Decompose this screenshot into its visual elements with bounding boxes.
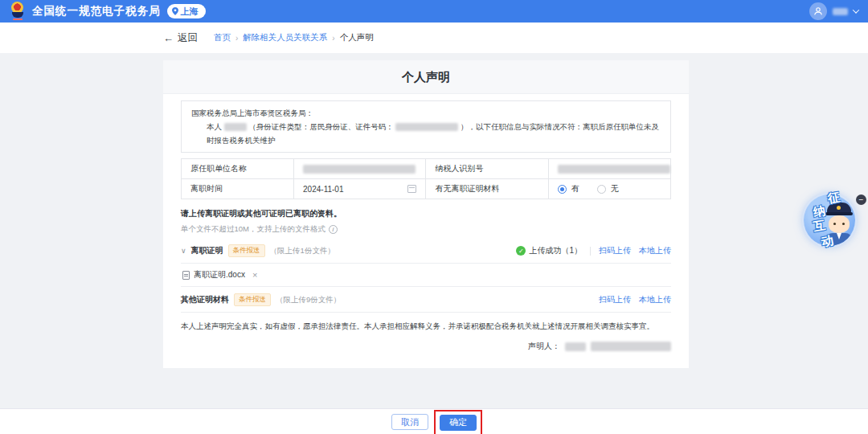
truthfulness-statement: 本人上述声明完全真实，如有虚假，愿承担法律责任。本人承担相应解释义务，并承诺积极… (181, 321, 671, 332)
info-icon[interactable]: i (329, 225, 338, 234)
taxpayer-id-value (548, 159, 670, 179)
redacted-declarant-name (224, 123, 247, 131)
tax-bureau-emblem-logo (10, 2, 26, 21)
uploaded-file-row: 离职证明.docx × (181, 264, 671, 287)
employment-info-table: 原任职单位名称 纳税人识别号 离职时间 2024-11-01 (181, 158, 671, 199)
page-title: 个人声明 (163, 60, 689, 94)
upload-status: ✓ 上传成功（1） (516, 245, 582, 256)
breadcrumb-relation-release[interactable]: 解除相关人员关联关系 (243, 32, 327, 43)
back-button[interactable]: ← 返回 (163, 31, 198, 45)
former-employer-value (294, 159, 426, 179)
section-name: 离职证明 (191, 245, 223, 256)
declaration-salutation: 国家税务总局上海市奉贤区税务局： (191, 106, 661, 120)
upload-status-text: 上传成功（1） (529, 245, 582, 256)
conditional-submit-badge: 条件报送 (234, 293, 271, 306)
redacted-id-number (395, 123, 458, 131)
breadcrumb: 首页 › 解除相关人员关联关系 › 个人声明 (214, 32, 374, 43)
confirm-button[interactable]: 确定 (440, 415, 477, 431)
upload-section-other-materials: 其他证明材料 条件报送 （限上传9份文件） 扫码上传 本地上传 (181, 293, 671, 313)
radio-yes-label: 有 (571, 183, 579, 194)
redacted-username (833, 8, 848, 15)
personal-declaration-card: 个人声明 国家税务总局上海市奉贤区税务局： 本人 （身份证件类型：居民身份证、证… (163, 60, 689, 368)
declaration-text-box: 国家税务总局上海市奉贤区税务局： 本人 （身份证件类型：居民身份证、证件号码： … (181, 100, 671, 153)
tax-interaction-widget: 征 纳 互 动 − (800, 190, 868, 254)
redacted-employer-name (303, 165, 416, 174)
main-content-area: 个人声明 国家税务总局上海市奉贤区税务局： 本人 （身份证件类型：居民身份证、证… (0, 53, 868, 408)
cancel-button[interactable]: 取消 (391, 414, 428, 430)
location-label: 上海 (181, 6, 199, 18)
table-row: 离职时间 2024-11-01 有无离职证明材料 有 (182, 179, 671, 199)
widget-minimize-button[interactable]: − (856, 194, 866, 205)
table-row: 原任职单位名称 纳税人识别号 (182, 159, 671, 179)
divider (590, 247, 591, 256)
scan-upload-link[interactable]: 扫码上传 (599, 294, 631, 305)
conditional-submit-badge: 条件报送 (228, 244, 265, 257)
has-proof-field: 有 无 (548, 179, 670, 199)
upload-hint: 单个文件不超过10M，支持上传的文件格式 i (181, 224, 671, 235)
uploaded-file-name: 离职证明.docx (194, 269, 245, 280)
local-upload-link[interactable]: 本地上传 (639, 245, 671, 256)
leave-date-field[interactable]: 2024-11-01 (294, 179, 426, 199)
tax-officer-cartoon (823, 203, 855, 246)
card-body: 国家税务总局上海市奉贤区税务局： 本人 （身份证件类型：居民身份证、证件号码： … (163, 100, 689, 352)
upload-section-resignation-proof: ∨ 离职证明 条件报送 （限上传1份文件） ✓ 上传成功（1） 扫码上传 本地上… (181, 244, 671, 264)
success-check-icon: ✓ (516, 246, 526, 256)
has-proof-label: 有无离职证明材料 (426, 179, 548, 199)
breadcrumb-home[interactable]: 首页 (214, 32, 231, 43)
signer-row: 声明人： (181, 341, 671, 352)
collapse-chevron-icon[interactable]: ∨ (181, 247, 186, 255)
breadcrumb-current: 个人声明 (340, 32, 374, 43)
document-icon (182, 271, 190, 280)
location-pin-icon (172, 7, 178, 15)
breadcrumb-separator-icon: › (235, 34, 238, 43)
person-icon (813, 6, 823, 16)
former-employer-label: 原任职单位名称 (182, 159, 294, 179)
footer-action-bar: 取消 确定 (0, 408, 868, 434)
top-header-bar: 全国统一规范电子税务局 上海 (0, 0, 868, 23)
redacted-signer-name (565, 342, 586, 351)
upload-hint-text: 单个文件不超过10M，支持上传的文件格式 (181, 224, 326, 235)
signer-label: 声明人： (528, 342, 560, 350)
upload-limit: （限上传9份文件） (276, 295, 341, 305)
remove-file-icon[interactable]: × (252, 270, 257, 280)
chevron-down-icon (853, 6, 859, 13)
leave-date-value: 2024-11-01 (303, 185, 343, 194)
breadcrumb-separator-icon: › (332, 34, 334, 43)
local-upload-link[interactable]: 本地上传 (639, 294, 671, 305)
redacted-signer-info (591, 342, 671, 351)
declaration-body: 本人 （身份证件类型：居民身份证、证件号码： ），以下任职信息与实际情况不符：离… (191, 120, 661, 147)
radio-no[interactable] (597, 185, 606, 194)
tax-interaction-assistant[interactable] (804, 194, 855, 246)
redacted-taxpayer-id (558, 165, 670, 174)
app-title: 全国统一规范电子税务局 (32, 4, 161, 18)
upload-instruction: 请上传离职证明或其他可证明已离职的资料。 (181, 208, 671, 219)
upload-limit: （限上传1份文件） (270, 246, 335, 256)
declaration-body-prefix: 本人 (207, 122, 222, 131)
breadcrumb-band: ← 返回 首页 › 解除相关人员关联关系 › 个人声明 (0, 23, 868, 53)
back-arrow-icon: ← (163, 32, 174, 44)
app-window: 全国统一规范电子税务局 上海 ← 返回 首页 › (0, 0, 868, 434)
user-menu[interactable] (809, 2, 858, 20)
taxpayer-id-label: 纳税人识别号 (426, 159, 548, 179)
radio-yes[interactable] (558, 185, 567, 194)
calendar-icon (407, 185, 416, 193)
user-avatar[interactable] (809, 2, 827, 20)
leave-date-label: 离职时间 (182, 179, 294, 199)
radio-no-label: 无 (611, 183, 619, 194)
scan-upload-link[interactable]: 扫码上传 (599, 245, 631, 256)
back-label: 返回 (178, 31, 198, 45)
declaration-body-mid: （身份证件类型：居民身份证、证件号码： (248, 122, 394, 131)
location-selector[interactable]: 上海 (167, 4, 206, 18)
section-name: 其他证明材料 (181, 294, 229, 305)
